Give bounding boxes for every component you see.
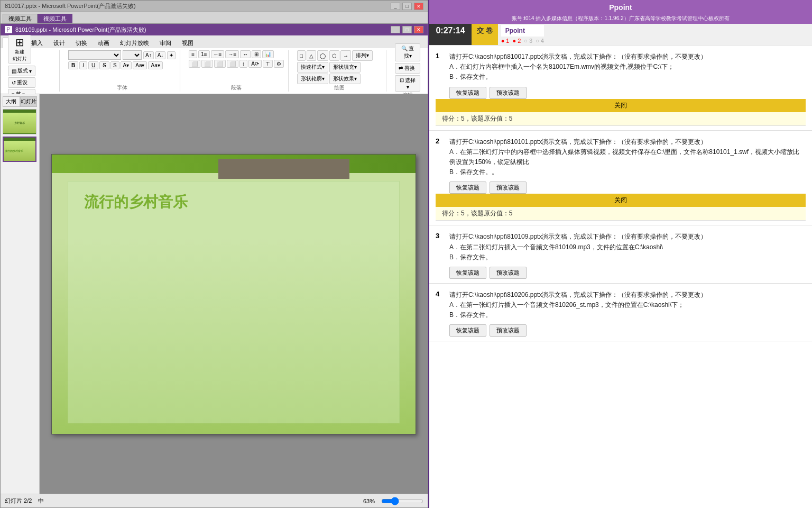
q2-score: 得分：5，该题原分值：5 <box>436 207 806 221</box>
slides-tab[interactable]: 幻灯片 <box>20 96 38 107</box>
exam-header: Ppoint <box>429 0 812 15</box>
highlight-btn[interactable]: Aa▾ <box>133 61 147 69</box>
q2-header: 2 请打开C:\kaoshi\ppt\810101.pptx演示文稿，完成以下操… <box>436 137 806 178</box>
shape-effects-btn[interactable]: 形状效果▾ <box>329 74 361 84</box>
ribbon-tab-review[interactable]: 审阅 <box>154 38 177 48</box>
q1-close-bar[interactable]: 关闭 <box>436 99 806 112</box>
ribbon-tab-animations[interactable]: 动画 <box>93 38 115 48</box>
strikethrough-btn[interactable]: S <box>99 61 109 69</box>
q1-restore-btn[interactable]: 恢复该题 <box>449 87 486 99</box>
shadow-btn[interactable]: S <box>110 61 119 69</box>
text-direction-btn[interactable]: A⟳ <box>248 60 262 68</box>
font-spacing-btn[interactable]: Aa▾ <box>148 61 162 69</box>
maximize-btn-inactive[interactable]: □ <box>402 3 412 10</box>
close-btn[interactable]: ✕ <box>414 26 423 33</box>
shape-fill-btn[interactable]: 形状填充▾ <box>329 62 361 72</box>
arrange-btn[interactable]: 排列▾ <box>352 50 373 61</box>
q4-preview-btn[interactable]: 预改该题 <box>490 324 527 337</box>
q2-preview-btn[interactable]: 预改该题 <box>490 182 527 194</box>
q3-preview-btn[interactable]: 预改该题 <box>490 267 527 279</box>
inactive-title: 810017.pptx - Microsoft PowerPoint(产品激活失… <box>5 2 136 10</box>
clear-format-btn[interactable]: ✦ <box>167 51 176 59</box>
q3-restore-btn[interactable]: 恢复该题 <box>449 267 486 279</box>
slides-buttons: ⊞ 新建 幻灯片 ▤ 版式▾ ↺ 重设 <box>8 35 55 99</box>
underline-btn[interactable]: U <box>88 61 98 69</box>
font-color-btn[interactable]: A▾ <box>121 61 132 69</box>
title-bar-inactive: 810017.pptx - Microsoft PowerPoint(产品激活失… <box>1 1 428 12</box>
tab-video-tools-active[interactable]: 视频工具 <box>38 14 72 23</box>
nav-1[interactable]: ● 1 <box>501 38 510 44</box>
italic-btn[interactable]: I <box>79 61 87 69</box>
outline-tab[interactable]: 大纲 <box>3 96 20 107</box>
submit-btn[interactable]: 交 卷 <box>472 24 498 45</box>
find-btn[interactable]: 🔍 查找▾ <box>395 43 420 61</box>
indent-increase-btn[interactable]: →≡ <box>225 50 239 58</box>
font-group-label: 字体 <box>117 84 127 92</box>
shape-outline-btn[interactable]: 形状轮廓▾ <box>297 74 328 84</box>
close-btn-inactive[interactable]: ✕ <box>414 3 423 10</box>
q2-num: 2 <box>436 137 444 178</box>
line-spacing-btn[interactable]: ↕ <box>239 60 247 68</box>
q3-actions: 恢复该题 预改该题 <box>449 267 806 279</box>
ribbon-group-drawing: □ △ ◯ ⬡ → 排列▾ 快速样式▾ 形状填充▾ 形状轮廓▾ 形状效果▾ 绘图 <box>293 50 386 92</box>
numbering-btn[interactable]: 1≡ <box>198 50 209 58</box>
reset-btn[interactable]: ↺ 重设 <box>8 77 35 88</box>
q2-restore-btn[interactable]: 恢复该题 <box>449 182 486 194</box>
justify-btn[interactable]: ⬜ <box>227 60 238 68</box>
layout-icon: ▤ <box>12 68 16 74</box>
ribbon-tabs: 开始 插入 设计 切换 动画 幻灯片放映 审阅 视图 <box>1 35 428 48</box>
font-family-select[interactable] <box>68 50 121 60</box>
slide-canvas[interactable]: 流行的乡村音乐 <box>40 94 428 494</box>
shape5-btn[interactable]: → <box>340 50 351 61</box>
slide-thumb-2[interactable]: 流行的乡村音乐 <box>3 137 36 162</box>
nav-3[interactable]: ○ 3 <box>524 38 532 44</box>
question-2: 2 请打开C:\kaoshi\ppt\810101.pptx演示文稿，完成以下操… <box>429 131 812 226</box>
align-center-btn[interactable]: ⬜ <box>201 60 213 68</box>
question-3: 3 请打开C:\kaoshi\ppt\810109.pptx演示文稿，完成以下操… <box>429 225 812 284</box>
maximize-btn[interactable]: □ <box>402 26 412 33</box>
questions-area: 1 请打开C:\kaoshi\ppt\810017.pptx演示文稿，完成以下操… <box>429 46 812 508</box>
q1-preview-btn[interactable]: 预改该题 <box>490 87 527 99</box>
font-size-increase-btn[interactable]: A↑ <box>143 51 154 59</box>
align-right-btn[interactable]: ⬜ <box>214 60 226 68</box>
exam-subtitle: 账号:t014 插入多媒体信息（程序版本：1.1.96.2）广东省高等学校教学考… <box>429 15 812 24</box>
minimize-btn[interactable]: _ <box>391 26 400 33</box>
nav-4[interactable]: ○ 4 <box>536 38 544 44</box>
slide-main-text: 流行的乡村音乐 <box>84 192 188 212</box>
layout-btn[interactable]: ▤ 版式▾ <box>8 66 35 76</box>
tab-video-tools-inactive[interactable]: 视频工具 <box>3 14 38 23</box>
lang-indicator: 中 <box>38 497 44 505</box>
bullets-btn[interactable]: ≡ <box>189 50 197 58</box>
text-align-btn[interactable]: ⊤ <box>263 60 273 68</box>
ribbon: 开始 插入 设计 切换 动画 幻灯片放映 审阅 视图 ⊞ 新建 幻灯片 <box>1 35 428 94</box>
font-size-decrease-btn[interactable]: A↓ <box>155 51 166 59</box>
nav-2[interactable]: ● 2 <box>512 38 521 44</box>
shape3-btn[interactable]: ◯ <box>317 50 328 61</box>
ribbon-tab-view[interactable]: 视图 <box>177 38 199 48</box>
ppt-window: 810017.pptx - Microsoft PowerPoint(产品激活失… <box>0 0 428 508</box>
columns-btn[interactable]: ⊞ <box>252 50 261 58</box>
select-btn[interactable]: ⊡ 选择▾ <box>395 75 420 92</box>
align-left-btn[interactable]: ⬜ <box>189 60 200 68</box>
slide: 流行的乡村音乐 <box>51 154 416 434</box>
q4-restore-btn[interactable]: 恢复该题 <box>449 324 486 337</box>
quick-styles-btn[interactable]: 快速样式▾ <box>297 62 328 72</box>
drawing-group-label: 绘图 <box>334 84 345 92</box>
minimize-btn-inactive[interactable]: _ <box>391 3 400 10</box>
bold-btn[interactable]: B <box>68 61 78 69</box>
shape2-btn[interactable]: △ <box>307 50 316 61</box>
zoom-slider[interactable] <box>381 497 423 505</box>
ribbon-tab-slideshow[interactable]: 幻灯片放映 <box>115 38 154 48</box>
indent-decrease-btn[interactable]: ←≡ <box>211 50 225 58</box>
shape4-btn[interactable]: ⬡ <box>329 50 339 61</box>
q2-close-bar[interactable]: 关闭 <box>436 194 806 207</box>
chart-btn[interactable]: 📊 <box>262 50 274 58</box>
smartart-btn[interactable]: ⚙ <box>274 60 284 68</box>
font-size-select[interactable] <box>123 50 142 60</box>
slide-thumb-1[interactable]: 乡村音乐 <box>3 109 36 134</box>
replace-btn[interactable]: ⇄ 替换 <box>395 63 420 74</box>
new-slide-btn[interactable]: ⊞ 新建 幻灯片 <box>8 35 31 64</box>
rtl-btn[interactable]: ↔ <box>240 50 251 58</box>
ribbon-tab-transitions[interactable]: 切换 <box>70 38 93 48</box>
shape-btn[interactable]: □ <box>297 50 306 61</box>
